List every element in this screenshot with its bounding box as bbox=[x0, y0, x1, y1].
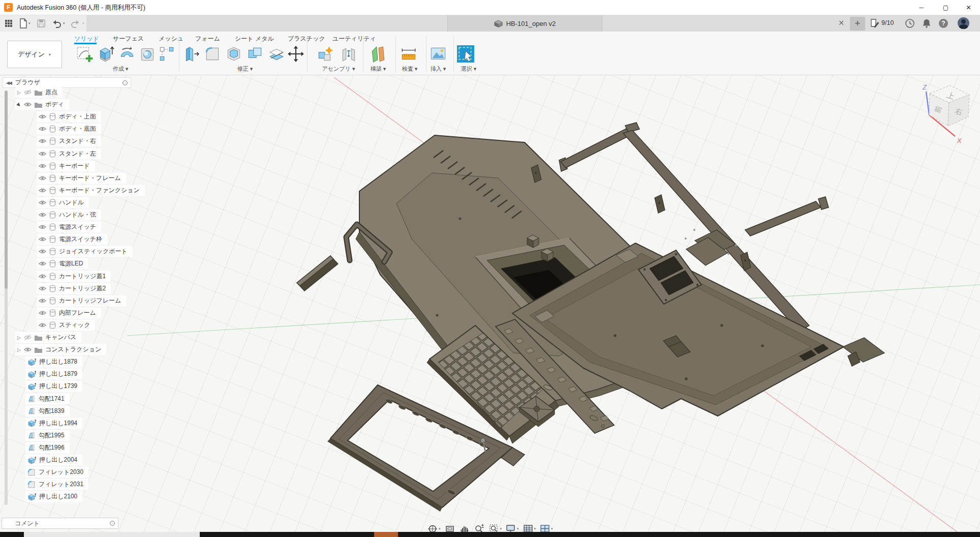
browser-row-draft[interactable]: 勾配1995 bbox=[25, 430, 70, 441]
visibility-eye-icon[interactable] bbox=[39, 261, 46, 266]
document-tab[interactable]: HB-101_open v2 bbox=[447, 15, 602, 32]
visibility-eye-icon[interactable] bbox=[39, 286, 46, 291]
browser-row-fillet[interactable]: フィレット2031 bbox=[25, 479, 88, 490]
browser-row-draft[interactable]: 勾配1996 bbox=[25, 442, 70, 453]
browser-row-body[interactable]: ハンドル・弦 bbox=[37, 210, 101, 220]
browser-row-body[interactable]: 内部フレーム bbox=[37, 308, 101, 318]
browser-row-body[interactable]: カートリッジ蓋2 bbox=[37, 283, 111, 294]
browser-row-extrude[interactable]: 押し出し2004 bbox=[25, 455, 82, 465]
expand-arrow-icon[interactable]: ▶ bbox=[16, 102, 22, 108]
browser-row-body[interactable]: キーボード・フレーム bbox=[37, 173, 126, 184]
visibility-eye-off-icon[interactable] bbox=[24, 90, 32, 95]
create-sketch-icon[interactable] bbox=[74, 45, 95, 63]
offset-face-icon[interactable] bbox=[267, 45, 286, 63]
browser-row-body[interactable]: キーボード・ファンクション bbox=[37, 185, 145, 196]
visibility-eye-icon[interactable] bbox=[39, 138, 46, 144]
user-avatar[interactable] bbox=[958, 17, 969, 29]
browser-row-draft[interactable]: 勾配1741 bbox=[25, 394, 70, 404]
tab-sheet-metal[interactable]: シート メタル bbox=[235, 35, 274, 43]
combine-icon[interactable] bbox=[246, 45, 264, 63]
browser-row-extrude[interactable]: 押し出し1879 bbox=[25, 369, 82, 379]
browser-panel-header[interactable]: ◀◀ ブラウザ bbox=[3, 77, 131, 88]
group-label-modify[interactable]: 修正 ▾ bbox=[237, 65, 253, 73]
browser-row-folder[interactable]: ▷コンストラクション bbox=[15, 344, 106, 355]
visibility-eye-icon[interactable] bbox=[39, 114, 46, 120]
browser-row-body[interactable]: ハンドル bbox=[37, 197, 89, 208]
browser-row-folder[interactable]: ▷原点 bbox=[15, 87, 63, 98]
job-status[interactable]: 9/10 bbox=[870, 18, 894, 27]
browser-row-folder[interactable]: ▶ボディ bbox=[15, 99, 69, 110]
visibility-eye-icon[interactable] bbox=[39, 151, 46, 157]
browser-row-body[interactable]: カートリッジ蓋1 bbox=[37, 271, 111, 282]
collapse-panel-icon[interactable]: ◀◀ bbox=[6, 80, 11, 85]
visibility-eye-icon[interactable] bbox=[39, 126, 46, 132]
close-tab-icon[interactable]: ✕ bbox=[836, 19, 846, 27]
press-pull-icon[interactable] bbox=[182, 45, 200, 63]
browser-row-fillet[interactable]: フィレット2030 bbox=[25, 467, 88, 478]
browser-row-body[interactable]: カートリッジフレーム bbox=[37, 295, 126, 306]
browser-row-body[interactable]: スティック bbox=[37, 320, 95, 331]
browser-row-body[interactable]: 電源スイッチ枠 bbox=[37, 234, 107, 245]
visibility-eye-icon[interactable] bbox=[24, 102, 32, 107]
hole-icon[interactable] bbox=[138, 45, 157, 63]
browser-row-body[interactable]: 電源スイッチ bbox=[37, 222, 101, 232]
collapse-arrow-icon[interactable]: ▷ bbox=[17, 90, 21, 95]
browser-row-extrude[interactable]: 押し出し1994 bbox=[25, 418, 82, 429]
tab-surface[interactable]: サーフェス bbox=[113, 35, 144, 43]
redo-icon[interactable]: ▾ bbox=[70, 18, 84, 29]
close-button[interactable]: ✕ bbox=[957, 0, 980, 15]
browser-row-body[interactable]: スタンド・左 bbox=[37, 148, 101, 159]
new-tab-button[interactable]: + bbox=[850, 17, 865, 31]
browser-row-extrude[interactable]: 押し出し1878 bbox=[25, 356, 82, 367]
visibility-eye-icon[interactable] bbox=[24, 347, 32, 352]
pattern-icon[interactable] bbox=[158, 45, 176, 63]
group-label-inspect[interactable]: 検査 ▾ bbox=[402, 65, 418, 73]
undo-icon[interactable]: ▾ bbox=[51, 18, 65, 29]
joint-icon[interactable] bbox=[340, 45, 358, 63]
group-label-assemble[interactable]: アセンブリ ▾ bbox=[322, 65, 355, 73]
revolve-icon[interactable] bbox=[118, 45, 136, 63]
group-label-insert[interactable]: 挿入 ▾ bbox=[431, 65, 446, 73]
visibility-eye-icon[interactable] bbox=[39, 310, 46, 316]
browser-row-draft[interactable]: 勾配1839 bbox=[25, 406, 70, 416]
collapse-arrow-icon[interactable]: ▷ bbox=[17, 347, 21, 352]
group-label-create[interactable]: 作成 ▾ bbox=[113, 65, 129, 73]
visibility-eye-icon[interactable] bbox=[39, 236, 46, 242]
visibility-eye-icon[interactable] bbox=[39, 274, 46, 279]
workspace-selector[interactable]: デザイン▼ bbox=[7, 41, 62, 68]
browser-display-toggle-icon[interactable] bbox=[122, 80, 128, 85]
browser-row-body[interactable]: ジョイスティックポート bbox=[37, 246, 133, 257]
browser-row-extrude[interactable]: 押し出し2100 bbox=[25, 491, 82, 502]
joystick-port[interactable] bbox=[843, 338, 884, 366]
notifications-bell-icon[interactable] bbox=[922, 18, 932, 31]
tab-solid[interactable]: ソリッド bbox=[74, 35, 99, 43]
visibility-eye-icon[interactable] bbox=[39, 175, 46, 181]
collapse-arrow-icon[interactable]: ▷ bbox=[17, 335, 21, 340]
move-icon[interactable] bbox=[287, 45, 305, 63]
tab-form[interactable]: フォーム bbox=[195, 35, 220, 43]
visibility-eye-icon[interactable] bbox=[39, 200, 46, 205]
comment-bar[interactable]: コメント bbox=[2, 518, 118, 529]
visibility-eye-icon[interactable] bbox=[39, 298, 46, 304]
browser-row-body[interactable]: ボディ・底面 bbox=[37, 124, 101, 134]
cartridge-slot-bar[interactable] bbox=[297, 256, 338, 291]
visibility-eye-icon[interactable] bbox=[39, 224, 46, 230]
maximize-button[interactable]: ▢ bbox=[934, 0, 957, 15]
browser-row-body[interactable]: スタンド・右 bbox=[37, 136, 101, 146]
tab-mesh[interactable]: メッシュ bbox=[159, 35, 183, 43]
browser-row-folder[interactable]: ▷キャンバス bbox=[15, 332, 81, 343]
visibility-eye-icon[interactable] bbox=[39, 249, 46, 254]
measure-icon[interactable] bbox=[400, 45, 418, 63]
visibility-eye-icon[interactable] bbox=[39, 212, 46, 218]
browser-row-body[interactable]: キーボード bbox=[37, 161, 95, 171]
tab-utilities[interactable]: ユーティリティ bbox=[332, 35, 376, 43]
fillet-icon[interactable] bbox=[203, 45, 222, 63]
visibility-eye-off-icon[interactable] bbox=[24, 335, 32, 340]
browser-row-body[interactable]: 電源LED bbox=[37, 258, 88, 269]
job-history-clock-icon[interactable] bbox=[905, 18, 915, 31]
visibility-eye-icon[interactable] bbox=[39, 188, 46, 193]
app-grid-menu-icon[interactable] bbox=[4, 18, 13, 29]
viewcube[interactable]: 上 前 右 Z X bbox=[912, 75, 980, 152]
minimize-button[interactable]: ─ bbox=[910, 0, 933, 15]
new-component-icon[interactable] bbox=[316, 45, 334, 63]
